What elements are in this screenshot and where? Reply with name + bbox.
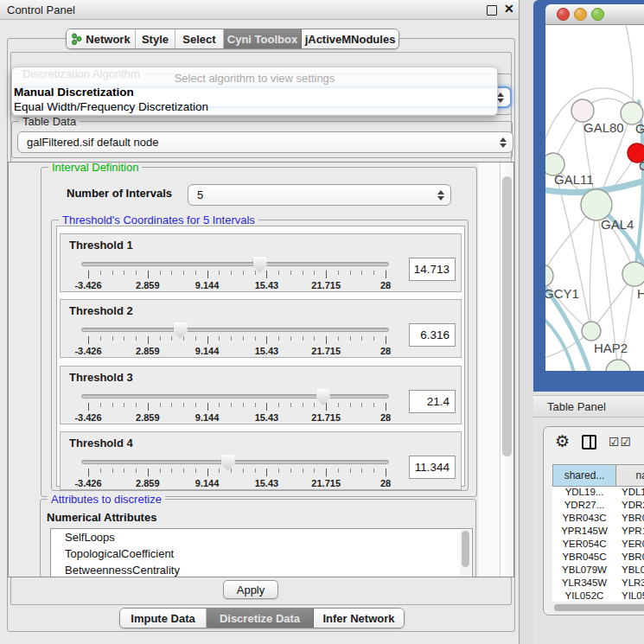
node-label: GA <box>635 121 644 136</box>
gear-icon[interactable]: ⚙ <box>555 434 570 450</box>
slider-handle[interactable] <box>174 322 188 339</box>
apply-button[interactable]: Apply <box>223 580 278 599</box>
threshold-slider[interactable]: -3.4262.8599.14415.4321.71528 <box>81 257 398 291</box>
network-node[interactable] <box>571 99 594 122</box>
column-header-0[interactable]: shared... <box>552 464 616 487</box>
network-view[interactable]: GAL80GACGAL11GAL4GCY1HHAP2 <box>545 25 644 371</box>
node-label: H <box>637 286 644 301</box>
select-checkboxes-icon[interactable]: ☑☑ <box>609 435 632 449</box>
network-node[interactable] <box>545 265 553 287</box>
control-panel-titlebar: Control Panel ✕ <box>0 0 519 20</box>
control-panel-window: Control Panel ✕ NetworkStyleSelectCyni T… <box>0 0 520 644</box>
minor-tick <box>136 403 137 407</box>
minor-tick <box>290 469 291 473</box>
minor-tick <box>112 403 113 407</box>
table-row[interactable]: YPR145WYPR145W <box>552 526 644 539</box>
attribute-item[interactable]: TopologicalCoefficient <box>51 545 472 562</box>
table-row[interactable]: YBR043CYBR043C <box>552 513 644 526</box>
tab-discretize-data[interactable]: Discretize Data <box>207 609 314 628</box>
major-tick <box>266 271 267 278</box>
minor-tick <box>350 271 351 275</box>
network-graph: GAL80GACGAL11GAL4GCY1HHAP2 <box>545 25 644 371</box>
algorithm-prompt-option[interactable]: Select algorithm to view settings <box>12 72 497 85</box>
numerical-attributes-list[interactable]: SelfLoopsTopologicalCoefficientBetweenne… <box>50 528 473 577</box>
minimize-window-icon[interactable] <box>574 8 587 21</box>
scrollbar-thumb[interactable] <box>462 531 469 567</box>
threshold-value-field[interactable]: 6.316 <box>409 323 456 347</box>
close-icon[interactable]: ✕ <box>504 2 514 16</box>
table-row[interactable]: YLR345WYLR345W <box>552 577 644 590</box>
table-row[interactable]: YBR045CYBR045C <box>552 552 644 564</box>
slider-track[interactable] <box>81 328 389 332</box>
tab-network[interactable]: Network <box>67 29 136 48</box>
float-window-icon[interactable] <box>487 5 497 16</box>
algorithm-option-manual[interactable]: Manual Discretization <box>14 86 494 99</box>
thresholds-container: Threshold 1-3.4262.8599.14415.4321.71528… <box>56 226 465 487</box>
table-panel-titlebar: Table Panel <box>533 395 644 418</box>
slider-handle[interactable] <box>316 389 330 405</box>
minor-tick <box>112 469 113 473</box>
table-row[interactable]: YDL19...YDL19 <box>552 487 644 500</box>
tab-style[interactable]: Style <box>136 29 175 48</box>
tab-jactivemnodules[interactable]: jActiveMNodules <box>302 29 399 48</box>
minor-tick <box>255 336 256 341</box>
scrollbar-thumb[interactable] <box>554 604 644 611</box>
settings-scrollbar[interactable] <box>500 163 514 577</box>
threshold-value-field[interactable]: 11.344 <box>409 456 456 479</box>
tab-infer-network[interactable]: Infer Network <box>314 609 404 628</box>
minor-tick <box>314 336 315 341</box>
minor-tick <box>338 469 339 473</box>
tick-label: -3.426 <box>62 346 114 356</box>
threshold-value-field[interactable]: 21.4 <box>409 390 456 413</box>
number-of-intervals-combobox[interactable]: 5 <box>188 184 451 206</box>
threshold-label: Threshold 2 <box>69 304 133 317</box>
table-row[interactable]: YBL079WYBL079W <box>552 564 644 577</box>
table-row[interactable]: YDR27...YDR27 <box>552 500 644 513</box>
slider-track[interactable] <box>81 394 389 399</box>
attributes-scrollbar[interactable] <box>460 530 471 577</box>
network-node[interactable] <box>581 189 612 220</box>
minor-tick <box>160 403 161 407</box>
tick-label: 2.859 <box>122 280 174 290</box>
network-node[interactable] <box>582 322 601 341</box>
minor-tick <box>290 271 291 275</box>
slider-track[interactable] <box>81 262 389 266</box>
table-data-combobox[interactable]: galFiltered.sif default node <box>17 131 513 153</box>
minor-tick <box>314 271 315 275</box>
table-row[interactable]: YIL052CYIL052C <box>552 590 644 602</box>
attribute-item[interactable]: BetweennessCentrality <box>51 562 472 577</box>
threshold-value-field[interactable]: 14.713 <box>409 258 456 281</box>
slider-handle[interactable] <box>221 455 235 471</box>
major-tick <box>148 403 149 411</box>
tick-label: 21.715 <box>300 412 352 423</box>
close-window-icon[interactable] <box>557 8 570 21</box>
network-node[interactable] <box>606 360 630 371</box>
attribute-item[interactable]: SelfLoops <box>51 529 472 545</box>
table-hscrollbar[interactable] <box>552 603 644 613</box>
table-row[interactable]: YER054CYER054C <box>552 539 644 552</box>
tab-select[interactable]: Select <box>175 29 224 48</box>
cell-name: YBL079W <box>616 564 644 577</box>
minor-tick <box>314 403 315 407</box>
panel-divider[interactable] <box>520 0 534 644</box>
minor-tick <box>171 469 172 473</box>
threshold-slider[interactable]: -3.4262.8599.14415.4321.71528 <box>81 389 398 424</box>
minor-tick <box>112 336 113 341</box>
minor-tick <box>195 336 196 341</box>
tick-label: 21.715 <box>300 346 352 356</box>
slider-track[interactable] <box>81 460 389 464</box>
network-edge <box>618 274 634 371</box>
network-window-titlebar[interactable] <box>545 4 644 25</box>
threshold-slider[interactable]: -3.4262.8599.14415.4321.71528 <box>81 455 398 489</box>
columns-icon[interactable] <box>582 435 596 450</box>
threshold-slider[interactable]: -3.4262.8599.14415.4321.71528 <box>81 322 398 357</box>
zoom-window-icon[interactable] <box>591 8 604 21</box>
tab-cyni-toolbox[interactable]: Cyni Toolbox <box>224 29 302 48</box>
minor-tick <box>314 469 315 473</box>
column-header-1[interactable]: name <box>616 464 644 487</box>
cell-shared-name: YDL19... <box>552 487 616 500</box>
tab-impute-data[interactable]: Impute Data <box>120 609 207 628</box>
algorithm-option-equal-width[interactable]: Equal Width/Frequency Discretization <box>14 100 494 113</box>
scrollbar-thumb[interactable] <box>502 176 512 456</box>
network-node[interactable] <box>622 262 644 286</box>
